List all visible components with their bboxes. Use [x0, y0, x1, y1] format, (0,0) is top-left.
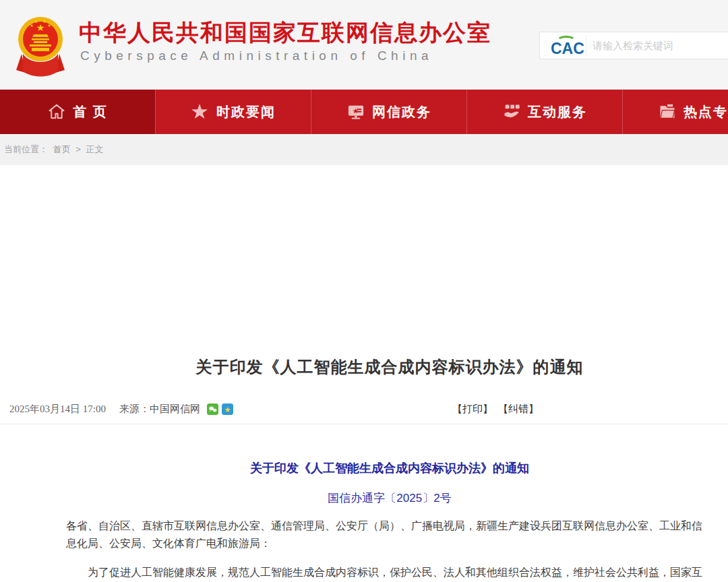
article-content: 关于印发《人工智能生成合成内容标识办法》的通知 2025年03月14日 17:0…: [0, 165, 728, 582]
nav-tab-label: 首 页: [73, 103, 108, 121]
service-icon: [502, 102, 521, 121]
folder-icon: [658, 102, 677, 121]
cac-logo: CAC: [547, 34, 586, 57]
search-divider: [586, 36, 586, 55]
nav-tab-topics[interactable]: 热点专题: [623, 90, 728, 134]
breadcrumb-home-link[interactable]: 首页: [53, 144, 71, 154]
breadcrumb: 当前位置： 首页 > 正文: [0, 134, 728, 165]
national-emblem-logo: ★ ★ ★ ★ ★: [13, 13, 67, 79]
breadcrumb-current: 正文: [86, 144, 103, 154]
svg-text:★: ★: [224, 406, 231, 414]
source-label: 来源：: [119, 403, 150, 416]
publish-date: 2025年03月14日 17:00: [9, 403, 106, 416]
nav-tab-home[interactable]: 首 页: [0, 90, 156, 134]
nav-tab-label: 热点专题: [684, 103, 728, 121]
search-box: CAC: [539, 32, 728, 59]
qzone-icon[interactable]: ★: [222, 403, 233, 415]
svg-text:★: ★: [34, 20, 38, 24]
article-title: 关于印发《人工智能生成合成内容标识办法》的通知: [0, 356, 728, 378]
nav-tab-service[interactable]: 互动服务: [467, 90, 623, 134]
site-subtitle: Cyberspace Administration of China: [80, 48, 433, 63]
svg-text:★: ★: [353, 108, 360, 115]
source-name[interactable]: 中国网信网: [150, 403, 200, 416]
main-nav: 首 页 ★ 时政要闻 ★ 网信政务 互动服务: [0, 90, 728, 134]
nav-tab-egov[interactable]: ★ 网信政务: [311, 90, 467, 134]
svg-text:★: ★: [36, 22, 45, 33]
print-button[interactable]: 【打印】: [452, 403, 493, 416]
meta-divider: [0, 424, 728, 424]
star-icon: ★: [191, 102, 210, 121]
search-input[interactable]: [593, 32, 727, 59]
svg-text:★: ★: [30, 24, 33, 28]
home-icon: [47, 102, 66, 121]
document-title: 关于印发《人工智能生成合成内容标识办法》的通知: [0, 460, 728, 476]
svg-text:★: ★: [42, 20, 46, 24]
site-header: ★ ★ ★ ★ ★ 中华人民共和国国家互联网信息办公室 Cyberspace A…: [0, 0, 728, 90]
document-number: 国信办通字〔2025〕2号: [0, 490, 728, 506]
nav-tab-label: 网信政务: [372, 103, 431, 121]
svg-text:★: ★: [47, 24, 51, 28]
breadcrumb-label: 当前位置：: [4, 144, 48, 154]
monitor-icon: ★: [346, 102, 365, 121]
paragraph-body: 为了促进人工智能健康发展，规范人工智能生成合成内容标识，保护公民、法人和其他组织…: [66, 564, 702, 582]
site-title: 中华人民共和国国家互联网信息办公室: [79, 18, 491, 48]
nav-tab-label: 互动服务: [528, 103, 587, 121]
article-actions: 【打印】 【纠错】: [452, 403, 539, 416]
paragraph-recipients: 各省、自治区、直辖市互联网信息办公室、通信管理局、公安厅（局）、广播电视局，新疆…: [66, 517, 702, 552]
cac-logo-text: CAC: [551, 40, 584, 58]
nav-tab-news[interactable]: ★ 时政要闻: [156, 90, 311, 134]
nav-tab-label: 时政要闻: [216, 103, 276, 121]
correct-button[interactable]: 【纠错】: [498, 403, 539, 416]
wechat-icon[interactable]: [207, 403, 218, 415]
breadcrumb-separator: >: [75, 144, 81, 154]
